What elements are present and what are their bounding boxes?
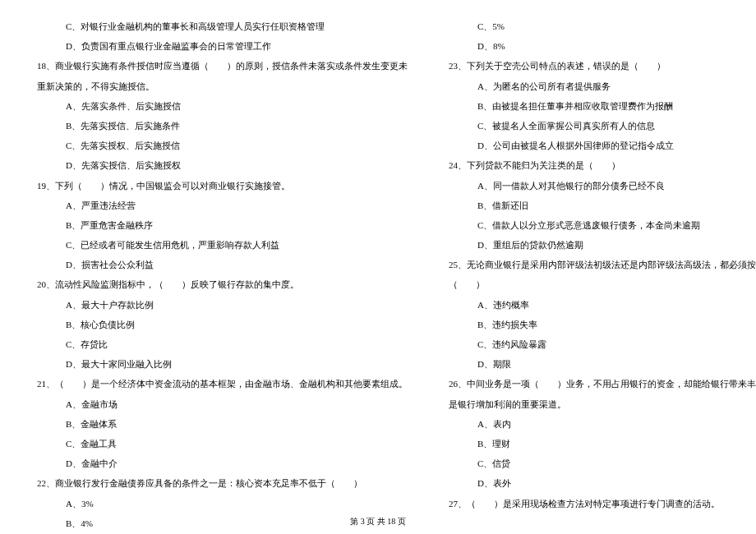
q25-stem: 25、无论商业银行是采用内部评级法初级法还是内部评级法高级法，都必须按照监管要求… [440, 255, 756, 274]
q18-option-b: B、先落实授信、后实施条件 [29, 116, 408, 136]
q23-option-c: C、被提名人全面掌握公司真实所有人的信息 [440, 116, 756, 136]
q26-stem: 26、中间业务是一项（ ）业务，不用占用银行的资金，却能给银行带来丰厚的手续费收… [440, 374, 756, 394]
q26-option-a: A、表内 [440, 414, 756, 434]
q22-option-a: A、3% [29, 494, 408, 513]
q24-stem: 24、下列贷款不能归为关注类的是（ ） [440, 155, 756, 175]
q20-stem: 20、流动性风险监测指标中，（ ）反映了银行存款的集中度。 [29, 274, 408, 294]
q17-option-d: D、负责国有重点银行业金融监事会的日常管理工作 [29, 36, 408, 56]
q20-option-d: D、最大十家同业融入比例 [29, 354, 408, 374]
q22-option-d: D、8% [440, 36, 756, 56]
q25-continuation: （ ） [440, 274, 756, 294]
q18-stem: 18、商业银行实施有条件授信时应当遵循（ ）的原则，授信条件未落实或条件发生变更… [29, 56, 408, 76]
q24-option-d: D、重组后的贷款仍然逾期 [440, 235, 756, 255]
page-container: C、对银行业金融机构的董事长和高级管理人员实行任职资格管理 D、负责国有重点银行… [29, 16, 727, 493]
right-column: C、5% D、8% 23、下列关于空壳公司特点的表述，错误的是（ ） A、为匿名… [440, 16, 756, 493]
q19-option-d: D、损害社会公众利益 [29, 255, 408, 274]
q24-option-a: A、同一借款人对其他银行的部分债务已经不良 [440, 176, 756, 196]
q23-stem: 23、下列关于空壳公司特点的表述，错误的是（ ） [440, 56, 756, 76]
q26-option-b: B、理财 [440, 434, 756, 453]
q24-option-c: C、借款人以分立形式恶意逃废银行债务，本金尚未逾期 [440, 215, 756, 235]
q22-option-c: C、5% [440, 16, 756, 36]
q17-option-c: C、对银行业金融机构的董事长和高级管理人员实行任职资格管理 [29, 16, 408, 36]
q21-option-b: B、金融体系 [29, 414, 408, 434]
q26-option-c: C、信贷 [440, 453, 756, 473]
q19-option-a: A、严重违法经营 [29, 196, 408, 215]
q25-option-a: A、违约概率 [440, 295, 756, 315]
q19-stem: 19、下列（ ）情况，中国银监会可以对商业银行实施接管。 [29, 176, 408, 196]
q18-option-a: A、先落实条件、后实施授信 [29, 96, 408, 116]
q22-stem: 22、商业银行发行金融债券应具备的条件之一是：核心资本充足率不低于（ ） [29, 473, 408, 493]
q25-option-d: D、期限 [440, 354, 756, 374]
q23-option-a: A、为匿名的公司所有者提供服务 [440, 76, 756, 96]
page-footer: 第 3 页 共 18 页 [0, 516, 756, 527]
q19-option-b: B、严重危害金融秩序 [29, 215, 408, 235]
q27-stem: 27、（ ）是采用现场检查方法对特定事项进行专门调查的活动。 [440, 494, 756, 513]
q21-option-c: C、金融工具 [29, 434, 408, 453]
q24-option-b: B、借新还旧 [440, 196, 756, 215]
q20-option-c: C、存贷比 [29, 334, 408, 354]
q20-option-a: A、最大十户存款比例 [29, 295, 408, 315]
q18-option-c: C、先落实授权、后实施授信 [29, 136, 408, 155]
q26-continuation: 是银行增加利润的重要渠道。 [440, 394, 756, 414]
left-column: C、对银行业金融机构的董事长和高级管理人员实行任职资格管理 D、负责国有重点银行… [29, 16, 408, 493]
q25-option-c: C、违约风险暴露 [440, 334, 756, 354]
q18-option-d: D、先落实授信、后实施授权 [29, 155, 408, 175]
q21-option-a: A、金融市场 [29, 394, 408, 414]
q21-option-d: D、金融中介 [29, 453, 408, 473]
q23-option-b: B、由被提名担任董事并相应收取管理费作为报酬 [440, 96, 756, 116]
q21-stem: 21、（ ）是一个经济体中资金流动的基本框架，由金融市场、金融机构和其他要素组成… [29, 374, 408, 394]
q19-option-c: C、已经或者可能发生信用危机，严重影响存款人利益 [29, 235, 408, 255]
q23-option-d: D、公司由被提名人根据外国律师的登记指令成立 [440, 136, 756, 155]
q18-continuation: 重新决策的，不得实施授信。 [29, 76, 408, 96]
q20-option-b: B、核心负债比例 [29, 315, 408, 334]
q25-option-b: B、违约损失率 [440, 315, 756, 334]
q26-option-d: D、表外 [440, 473, 756, 493]
